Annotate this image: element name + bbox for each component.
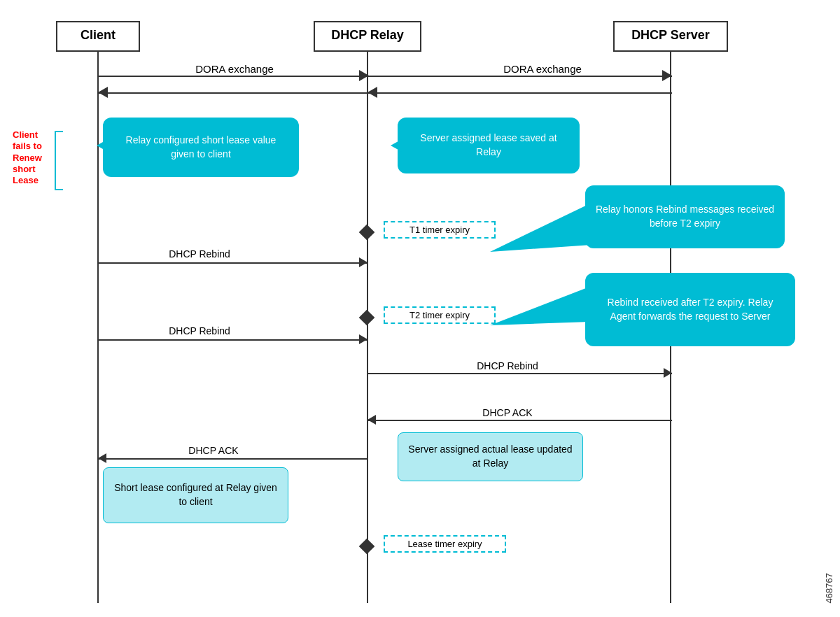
server-bubble-tail bbox=[391, 139, 403, 153]
dhcp-rebind2-label: DHCP Rebind bbox=[130, 325, 270, 336]
page-number: 468767 bbox=[824, 573, 834, 603]
relay-box: DHCP Relay bbox=[314, 21, 421, 52]
dora2-top-arrow bbox=[368, 76, 672, 77]
dora2-top-right-head bbox=[662, 70, 672, 81]
dhcp-rebind3-label: DHCP Rebind bbox=[420, 360, 595, 371]
dora1-label: DORA exchange bbox=[130, 63, 340, 75]
dhcp-rebind2-line bbox=[98, 339, 368, 341]
relay-short-lease-text: Relay configured short lease value given… bbox=[113, 134, 289, 161]
bubble-rebind-after-t2: Rebind received after T2 expiry. Relay A… bbox=[585, 273, 795, 346]
rebind-before-t2-text: Relay honors Rebind messages received be… bbox=[595, 203, 775, 230]
bubble-server-saved-lease: Server assigned lease saved at Relay bbox=[398, 118, 580, 173]
bubble-rebind-before-t2: Relay honors Rebind messages received be… bbox=[585, 185, 785, 248]
lease-timer-label: Lease timer expiry bbox=[384, 535, 506, 553]
diamond-lease bbox=[359, 539, 375, 555]
dora1-top-arrow bbox=[98, 76, 368, 77]
relay-bubble-tail bbox=[97, 139, 109, 153]
dora2-bottom-left-head bbox=[368, 87, 377, 98]
t1-timer-label: T1 timer expiry bbox=[384, 221, 496, 239]
dhcp-rebind1-label: DHCP Rebind bbox=[130, 248, 270, 260]
dhcp-rebind1-head bbox=[359, 257, 368, 267]
diamond-t1 bbox=[359, 225, 375, 241]
dhcp-ack2-head bbox=[98, 453, 106, 463]
bubble-rebind-t2-pointer bbox=[490, 189, 592, 259]
bubble-relay-short-lease: Relay configured short lease value given… bbox=[103, 118, 299, 177]
dhcp-ack1-label: DHCP ACK bbox=[420, 407, 595, 418]
red-bracket bbox=[55, 131, 63, 190]
relay-label: DHCP Relay bbox=[331, 28, 404, 42]
dhcp-rebind2-head bbox=[359, 334, 368, 344]
red-note-text: Client fails to Renew short Lease bbox=[13, 129, 42, 185]
dora2-label: DORA exchange bbox=[438, 63, 648, 75]
bubble-short-to-client: Short lease configured at Relay given to… bbox=[103, 467, 288, 523]
actual-lease-text: Server assigned actual lease updated at … bbox=[408, 443, 573, 470]
client-lifeline bbox=[97, 52, 99, 603]
dora1-bottom-arrow bbox=[98, 92, 368, 94]
dora1-bottom-left-head bbox=[98, 87, 108, 98]
red-annotation: Client fails to Renew short Lease bbox=[13, 129, 42, 186]
server-saved-lease-text: Server assigned lease saved at Relay bbox=[407, 132, 570, 159]
t2-timer-label: T2 timer expiry bbox=[384, 306, 496, 324]
relay-lifeline bbox=[367, 52, 368, 603]
dhcp-ack1-head bbox=[368, 415, 376, 425]
bubble-actual-lease: Server assigned actual lease updated at … bbox=[398, 432, 583, 481]
svg-marker-0 bbox=[490, 203, 592, 252]
svg-marker-1 bbox=[490, 287, 589, 325]
client-label: Client bbox=[80, 28, 115, 42]
server-label: DHCP Server bbox=[631, 28, 710, 42]
client-box: Client bbox=[56, 21, 140, 52]
dhcp-rebind3-line bbox=[368, 373, 672, 374]
rebind-after-t2-text: Rebind received after T2 expiry. Relay A… bbox=[595, 296, 785, 323]
dhcp-ack1-line bbox=[368, 420, 672, 421]
short-to-client-text: Short lease configured at Relay given to… bbox=[113, 481, 278, 509]
dhcp-ack2-label: DHCP ACK bbox=[136, 445, 290, 456]
server-box: DHCP Server bbox=[613, 21, 728, 52]
dhcp-rebind1-line bbox=[98, 262, 368, 264]
dora2-bottom-arrow bbox=[368, 92, 672, 94]
dhcp-rebind3-head bbox=[664, 368, 672, 378]
dhcp-ack2-line bbox=[98, 458, 368, 460]
diamond-t2 bbox=[359, 310, 375, 326]
bubble-rebind-t2-pointer2 bbox=[490, 280, 589, 336]
